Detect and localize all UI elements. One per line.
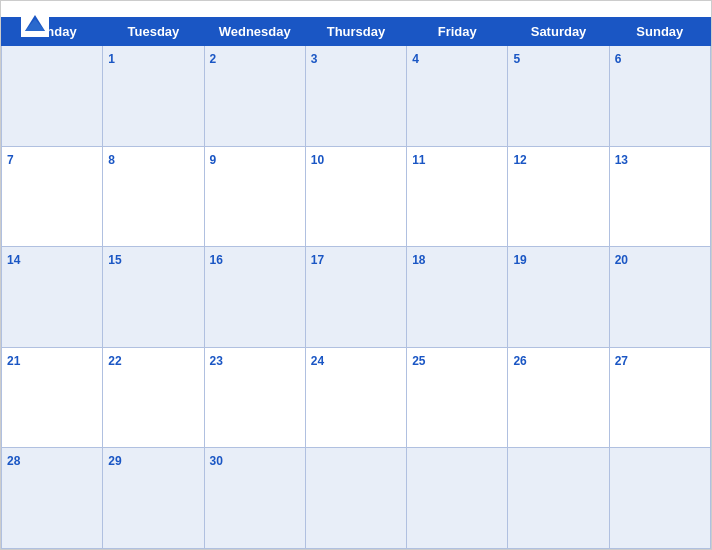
calendar-cell: 25: [407, 347, 508, 448]
calendar-cell: 4: [407, 46, 508, 147]
date-number: 30: [210, 454, 223, 468]
calendar-cell: 19: [508, 247, 609, 348]
logo-icon: [21, 9, 49, 37]
calendar-cell: 12: [508, 146, 609, 247]
date-number: 24: [311, 354, 324, 368]
date-number: 2: [210, 52, 217, 66]
calendar-cell: 29: [103, 448, 204, 549]
day-header-saturday: Saturday: [508, 18, 609, 46]
week-row-3: 14151617181920: [2, 247, 711, 348]
calendar-container: MondayTuesdayWednesdayThursdayFridaySatu…: [0, 0, 712, 550]
calendar-cell: 11: [407, 146, 508, 247]
calendar-cell: 20: [609, 247, 710, 348]
calendar-cell: [609, 448, 710, 549]
week-row-1: 123456: [2, 46, 711, 147]
date-number: 8: [108, 153, 115, 167]
calendar-cell: 28: [2, 448, 103, 549]
date-number: 10: [311, 153, 324, 167]
date-number: 7: [7, 153, 14, 167]
day-header-wednesday: Wednesday: [204, 18, 305, 46]
days-header-row: MondayTuesdayWednesdayThursdayFridaySatu…: [2, 18, 711, 46]
date-number: 17: [311, 253, 324, 267]
date-number: 25: [412, 354, 425, 368]
date-number: 12: [513, 153, 526, 167]
day-header-thursday: Thursday: [305, 18, 406, 46]
date-number: 15: [108, 253, 121, 267]
date-number: 26: [513, 354, 526, 368]
calendar-cell: 13: [609, 146, 710, 247]
calendar-cell: 24: [305, 347, 406, 448]
calendar-cell: 26: [508, 347, 609, 448]
date-number: 21: [7, 354, 20, 368]
date-number: 3: [311, 52, 318, 66]
calendar-cell: 3: [305, 46, 406, 147]
date-number: 29: [108, 454, 121, 468]
date-number: 16: [210, 253, 223, 267]
date-number: 18: [412, 253, 425, 267]
date-number: 5: [513, 52, 520, 66]
calendar-cell: 6: [609, 46, 710, 147]
calendar-cell: 17: [305, 247, 406, 348]
calendar-cell: [407, 448, 508, 549]
date-number: 14: [7, 253, 20, 267]
calendar-cell: 1: [103, 46, 204, 147]
calendar-cell: 14: [2, 247, 103, 348]
date-number: 19: [513, 253, 526, 267]
date-number: 28: [7, 454, 20, 468]
calendar-cell: 8: [103, 146, 204, 247]
calendar-cell: 2: [204, 46, 305, 147]
date-number: 20: [615, 253, 628, 267]
week-row-5: 282930: [2, 448, 711, 549]
calendar-cell: 10: [305, 146, 406, 247]
calendar-cell: 15: [103, 247, 204, 348]
day-header-sunday: Sunday: [609, 18, 710, 46]
calendar-cell: 7: [2, 146, 103, 247]
calendar-cell: [508, 448, 609, 549]
calendar-cell: 9: [204, 146, 305, 247]
date-number: 27: [615, 354, 628, 368]
date-number: 4: [412, 52, 419, 66]
calendar-table: MondayTuesdayWednesdayThursdayFridaySatu…: [1, 17, 711, 549]
calendar-cell: 5: [508, 46, 609, 147]
calendar-cell: [305, 448, 406, 549]
day-header-friday: Friday: [407, 18, 508, 46]
week-row-2: 78910111213: [2, 146, 711, 247]
calendar-cell: 21: [2, 347, 103, 448]
calendar-header: [1, 1, 711, 17]
day-header-tuesday: Tuesday: [103, 18, 204, 46]
date-number: 9: [210, 153, 217, 167]
date-number: 13: [615, 153, 628, 167]
calendar-cell: 23: [204, 347, 305, 448]
date-number: 6: [615, 52, 622, 66]
calendar-cell: [2, 46, 103, 147]
week-row-4: 21222324252627: [2, 347, 711, 448]
logo: [21, 9, 53, 37]
calendar-cell: 27: [609, 347, 710, 448]
date-number: 11: [412, 153, 425, 167]
date-number: 22: [108, 354, 121, 368]
date-number: 23: [210, 354, 223, 368]
calendar-cell: 16: [204, 247, 305, 348]
calendar-cell: 30: [204, 448, 305, 549]
calendar-cell: 18: [407, 247, 508, 348]
calendar-cell: 22: [103, 347, 204, 448]
date-number: 1: [108, 52, 115, 66]
